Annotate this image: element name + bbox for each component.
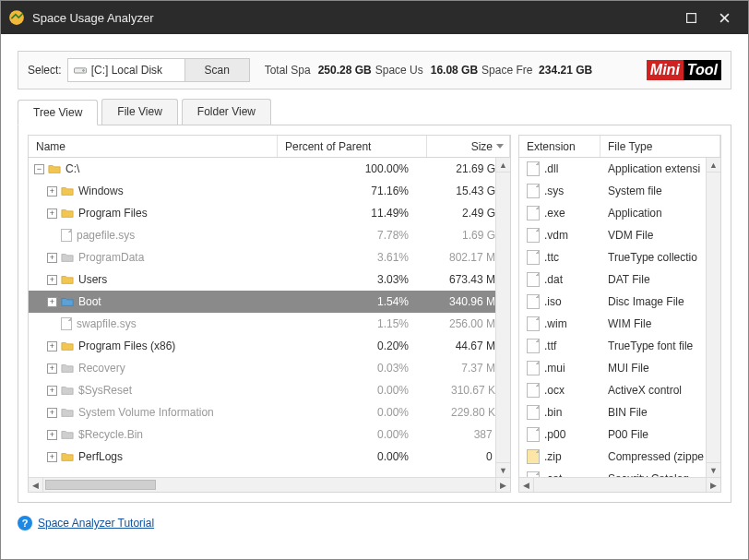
item-name: ProgramData	[78, 251, 144, 264]
expander-icon[interactable]: +	[47, 209, 57, 219]
tree-grid: Name Percent of Parent Size −C:\100.00%2…	[28, 135, 511, 493]
ext-type: TrueType font file	[608, 340, 693, 352]
window-title: Space Usage Analyzer	[32, 11, 674, 25]
col-name[interactable]: Name	[29, 136, 278, 157]
tree-row[interactable]: +System Volume Information0.00%229.80 KB	[29, 401, 510, 423]
scroll-left-icon[interactable]: ◀	[29, 478, 43, 492]
ext-type: BIN File	[608, 406, 648, 419]
ext-row[interactable]: .ttfTrueType font file	[519, 335, 720, 357]
ext-row[interactable]: .sysSystem file	[519, 180, 720, 202]
expander-icon[interactable]: +	[47, 186, 57, 197]
tree-vscroll[interactable]: ▲▼	[495, 158, 510, 477]
item-name: $SysReset	[78, 384, 132, 397]
scroll-left-icon[interactable]: ◀	[519, 478, 534, 492]
scroll-right-icon[interactable]: ▶	[495, 478, 510, 492]
ext-row[interactable]: .isoDisc Image File	[519, 291, 720, 313]
tree-row[interactable]: +$SysReset0.00%310.67 KB	[29, 379, 510, 401]
item-percent: 3.61%	[377, 251, 409, 264]
item-percent: 1.54%	[377, 295, 409, 308]
folder-icon	[61, 385, 74, 396]
scan-button[interactable]: Scan	[185, 58, 250, 82]
expander-icon[interactable]: −	[34, 164, 44, 174]
ext-row[interactable]: .zipCompressed (zippe	[519, 446, 720, 468]
close-button[interactable]	[707, 5, 741, 30]
ext-hscroll[interactable]: ◀▶	[519, 477, 720, 492]
ext-row[interactable]: .datDAT File	[519, 268, 720, 291]
ext-row[interactable]: .p00P00 File	[519, 423, 720, 446]
scroll-down-icon[interactable]: ▼	[707, 462, 720, 477]
toolbar: Select: [C:] Local Disk Scan Total Spa 2…	[18, 51, 731, 89]
ext-row[interactable]: .ocxActiveX control	[519, 379, 720, 401]
ext-name: .ttc	[544, 251, 559, 264]
col-size[interactable]: Size	[427, 136, 510, 157]
ext-name: .vdm	[544, 229, 568, 242]
tree-row[interactable]: +Windows71.16%15.43 GB	[29, 180, 510, 202]
ext-row[interactable]: .muiMUI File	[519, 357, 720, 379]
item-percent: 0.00%	[377, 450, 409, 463]
expander-icon[interactable]: +	[47, 363, 57, 374]
ext-row[interactable]: .wimWIM File	[519, 313, 720, 335]
tree-row[interactable]: swapfile.sys1.15%256.00 MB	[29, 313, 510, 335]
tree-row[interactable]: +PerfLogs0.00%0 B	[29, 446, 510, 468]
ext-name: .p00	[544, 428, 565, 441]
scroll-right-icon[interactable]: ▶	[706, 478, 720, 492]
tree-row[interactable]: −C:\100.00%21.69 GB	[29, 158, 510, 180]
ext-row[interactable]: .dllApplication extensi	[519, 158, 720, 180]
item-percent: 0.00%	[377, 428, 409, 441]
tree-row[interactable]: +$Recycle.Bin0.00%387 B	[29, 423, 510, 446]
tab-folder-view[interactable]: Folder View	[182, 99, 271, 125]
scroll-down-icon[interactable]: ▼	[496, 462, 510, 477]
expander-icon[interactable]: +	[47, 386, 57, 396]
maximize-button[interactable]	[674, 5, 707, 30]
ext-row[interactable]: .catSecurity Catalog	[519, 468, 720, 477]
tree-row[interactable]: +Program Files (x86)0.20%44.67 MB	[29, 335, 510, 357]
item-percent: 7.78%	[377, 229, 409, 242]
ext-name: .cat	[544, 472, 562, 477]
expander-icon[interactable]: +	[47, 253, 57, 263]
ext-row[interactable]: .vdmVDM File	[519, 224, 720, 246]
tree-row[interactable]: +Users3.03%673.43 MB	[29, 268, 510, 291]
stat-free-value: 234.21 GB	[539, 64, 592, 77]
stat-used-value: 16.08 GB	[431, 64, 478, 77]
drive-select[interactable]: [C:] Local Disk	[67, 58, 185, 82]
tutorial-link[interactable]: Space Analyzer Tutorial	[38, 517, 154, 530]
tree-header: Name Percent of Parent Size	[29, 136, 510, 158]
tree-row[interactable]: pagefile.sys7.78%1.69 GB	[29, 224, 510, 246]
filetype-icon	[527, 184, 540, 198]
expander-icon[interactable]: +	[47, 275, 57, 285]
expander-icon[interactable]: +	[47, 408, 57, 418]
ext-row[interactable]: .ttcTrueType collectio	[519, 246, 720, 268]
ext-type: Application	[608, 207, 662, 220]
tree-hscroll[interactable]: ◀▶	[29, 477, 510, 492]
expander-icon[interactable]: +	[47, 341, 57, 351]
col-filetype[interactable]: File Type	[600, 136, 720, 157]
tree-row[interactable]: +Program Files11.49%2.49 GB	[29, 202, 510, 224]
tab-file-view[interactable]: File View	[101, 99, 177, 125]
svg-point-3	[82, 70, 84, 72]
tree-row[interactable]: +Boot1.54%340.96 MB	[29, 291, 510, 313]
tab-tree-view[interactable]: Tree View	[18, 100, 98, 125]
expander-icon[interactable]: +	[47, 297, 57, 307]
filetype-icon	[527, 228, 540, 243]
col-extension[interactable]: Extension	[519, 136, 600, 157]
expander-icon[interactable]: +	[47, 430, 57, 440]
ext-type: MUI File	[608, 362, 649, 375]
ext-type: Compressed (zippe	[608, 450, 704, 463]
drive-text: [C:] Local Disk	[91, 64, 162, 77]
ext-row[interactable]: .exeApplication	[519, 202, 720, 224]
file-icon	[61, 229, 72, 242]
col-percent[interactable]: Percent of Parent	[278, 136, 427, 157]
scroll-up-icon[interactable]: ▲	[496, 158, 510, 173]
expander-icon[interactable]: +	[47, 452, 57, 462]
ext-name: .zip	[544, 450, 562, 463]
tree-row[interactable]: +Recovery0.03%7.37 MB	[29, 357, 510, 379]
tree-row[interactable]: +ProgramData3.61%802.17 MB	[29, 246, 510, 268]
scroll-thumb[interactable]	[45, 480, 156, 490]
ext-type: P00 File	[608, 428, 648, 441]
ext-vscroll[interactable]: ▲▼	[706, 158, 720, 477]
ext-name: .wim	[544, 317, 567, 330]
ext-row[interactable]: .binBIN File	[519, 401, 720, 423]
scroll-up-icon[interactable]: ▲	[707, 158, 720, 173]
help-icon[interactable]: ?	[18, 516, 32, 530]
ext-name: .sys	[544, 185, 564, 197]
